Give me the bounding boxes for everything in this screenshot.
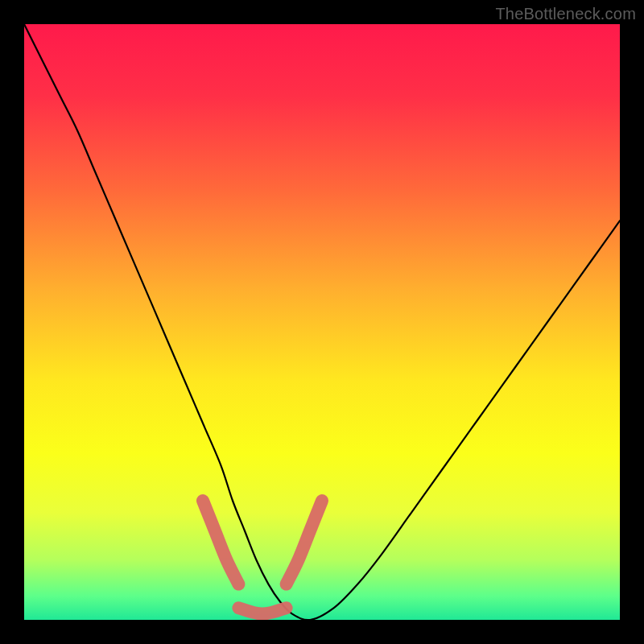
gradient-background	[24, 24, 620, 620]
plot-area	[24, 24, 620, 620]
chart-frame: TheBottleneck.com	[0, 0, 644, 644]
highlight-segment-1	[238, 608, 286, 613]
bottleneck-chart	[24, 24, 620, 620]
watermark-text: TheBottleneck.com	[495, 5, 636, 23]
